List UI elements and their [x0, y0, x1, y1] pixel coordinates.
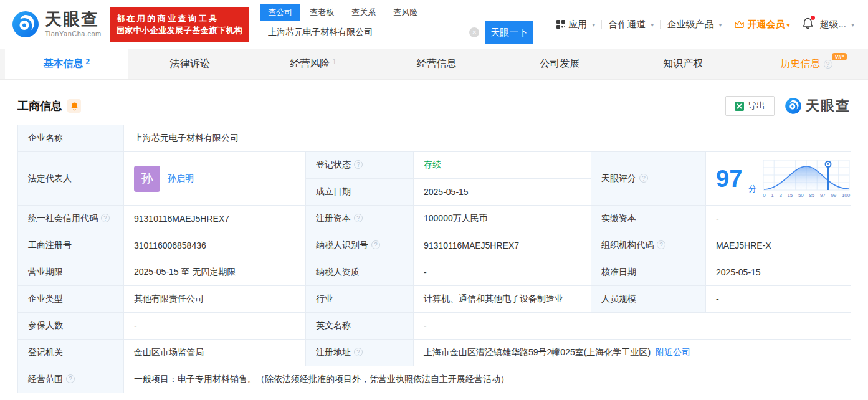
- reg-number-value: 310116006858436: [124, 232, 306, 259]
- tianyancha-logo-icon: [11, 10, 40, 39]
- table-row: 参保人数 - 英文名称 -: [18, 313, 851, 340]
- help-icon[interactable]: [354, 214, 363, 222]
- search-tab-relation[interactable]: 查关系: [343, 4, 384, 21]
- tab-basic-info[interactable]: 基本信息 2: [5, 49, 128, 79]
- brand-name: 天眼查: [45, 11, 102, 28]
- search-tab-risk[interactable]: 查风险: [385, 4, 426, 21]
- business-info-table: 企业名称 上海芯元电子材料有限公司 法定代表人 孙 孙启明 登记状态 存续 天眼…: [17, 125, 851, 393]
- paid-capital-value: -: [706, 206, 851, 232]
- section-title: 工商信息: [17, 98, 62, 113]
- help-icon[interactable]: [824, 60, 832, 69]
- export-button[interactable]: 导出: [725, 96, 775, 116]
- tab-risk-count: 1: [332, 57, 336, 66]
- credit-code-value: 91310116MAEJ5HREX7: [124, 206, 306, 232]
- tab-basic-info-label: 基本信息: [44, 57, 83, 70]
- help-icon[interactable]: [639, 174, 648, 183]
- tick-label: 1: [771, 193, 773, 198]
- grid-icon: [556, 20, 565, 29]
- tab-history-label: 历史信息: [781, 57, 821, 70]
- chart-x-axis-labels: 0131550859799100: [763, 193, 850, 198]
- score-unit: 分: [748, 183, 756, 194]
- bell-curve-chart: [763, 160, 850, 192]
- table-row: 企业类型 其他有限责任公司 行业 计算机、通信和其他电子设备制造业 人员规模 -: [18, 286, 851, 313]
- help-icon[interactable]: [354, 348, 363, 356]
- tianyancha-logo[interactable]: 天眼查 TianYanCha.com: [11, 10, 102, 39]
- nav-apps[interactable]: 应用: [556, 19, 595, 31]
- nav-enterprise-products[interactable]: 企业级产品: [667, 19, 722, 31]
- staff-size-label: 人员规模: [591, 286, 706, 313]
- establish-date-value: 2025-05-15: [414, 179, 591, 206]
- watermark-text: 天眼查: [806, 97, 851, 115]
- legal-rep-value: 孙 孙启明: [124, 152, 306, 206]
- help-icon[interactable]: [101, 214, 110, 222]
- taxpayer-id-label: 纳税人识别号: [306, 232, 414, 259]
- help-icon[interactable]: [371, 240, 380, 249]
- legal-rep-link[interactable]: 孙启明: [168, 173, 194, 184]
- tab-company-development[interactable]: 公司发展: [498, 49, 621, 79]
- establish-date-label: 成立日期: [306, 179, 414, 206]
- divider: [601, 20, 602, 29]
- tab-ip-label: 知识产权: [663, 57, 703, 70]
- score-label: 天眼评分: [591, 152, 706, 206]
- search-tab-company[interactable]: 查公司: [260, 4, 300, 21]
- score-distribution-chart[interactable]: 0131550859799100: [763, 160, 850, 198]
- nearby-companies-link[interactable]: 附近公司: [656, 347, 690, 357]
- search-tabs: 查公司 查老板 查关系 查风险: [260, 4, 533, 21]
- nav-open-vip[interactable]: 开通会员: [735, 19, 789, 31]
- business-info-header: 工商信息 导出 天眼查: [0, 80, 868, 125]
- tab-risk-label: 经营风险: [290, 57, 330, 70]
- table-row: 营业期限 2025-05-15 至 无固定期限 纳税人资质 - 核准日期 202…: [18, 259, 851, 286]
- divider: [796, 20, 796, 29]
- export-label: 导出: [748, 100, 765, 112]
- tab-operation-label: 经营信息: [417, 57, 457, 70]
- taxpayer-qualification-value: -: [414, 259, 591, 286]
- top-nav: 应用 合作通道 企业级产品 开通会员 超级...: [556, 17, 854, 31]
- divider: [660, 20, 661, 29]
- help-icon[interactable]: [657, 240, 665, 249]
- tab-basic-count: 2: [86, 57, 90, 66]
- tick-label: 50: [798, 193, 804, 198]
- approval-date-label: 核准日期: [591, 259, 706, 286]
- business-term-label: 营业期限: [18, 259, 124, 286]
- help-icon[interactable]: [66, 374, 75, 383]
- avatar[interactable]: 孙: [134, 166, 160, 192]
- tab-operating-info[interactable]: 经营信息: [375, 49, 498, 79]
- tab-operating-risk[interactable]: 经营风险 1: [252, 49, 375, 79]
- nav-vip-label: 开通会员: [747, 19, 789, 31]
- table-row: 法定代表人 孙 孙启明 登记状态 存续 天眼评分 97 分: [18, 152, 851, 179]
- watermark-logo: 天眼查: [785, 97, 851, 115]
- search-tab-boss[interactable]: 查老板: [302, 4, 342, 21]
- company-tabbar: 基本信息 2 法律诉讼 经营风险 1 经营信息 公司发展 知识产权 历史信息 V…: [0, 49, 868, 80]
- tab-intellectual-property[interactable]: 知识产权: [621, 49, 745, 79]
- notification-bell-icon[interactable]: [803, 17, 813, 31]
- company-name-value: 上海芯元电子材料有限公司: [124, 125, 851, 152]
- nav-super-vip[interactable]: 超级...: [819, 19, 854, 31]
- monitor-bell-icon[interactable]: [67, 99, 81, 113]
- org-code-value: MAEJ5HRE-X: [706, 232, 851, 259]
- nav-partner-channel[interactable]: 合作通道: [608, 19, 654, 31]
- taxpayer-id-value: 91310116MAEJ5HREX7: [414, 232, 591, 259]
- tab-legal-litigation[interactable]: 法律诉讼: [128, 49, 252, 79]
- search-area: 查公司 查老板 查关系 查风险 × 天眼一下: [260, 4, 533, 44]
- insured-count-label: 参保人数: [18, 313, 124, 340]
- reg-capital-value: 100000万人民币: [414, 206, 591, 232]
- slogan-line1: 都在用的商业查询工具: [117, 12, 243, 25]
- tianyancha-logo-icon: [785, 97, 802, 115]
- score-number: 97: [716, 167, 742, 191]
- business-scope-value: 一般项目：电子专用材料销售。（除依法须经批准的项目外，凭营业执照依法自主开展经营…: [124, 366, 851, 393]
- site-header: 天眼查 TianYanCha.com 都在用的商业查询工具 国家中小企业发展子基…: [0, 0, 868, 49]
- tick-label: 85: [809, 193, 814, 198]
- industry-value: 计算机、通信和其他电子设备制造业: [414, 286, 591, 313]
- tab-history-info[interactable]: 历史信息 VIP: [745, 49, 868, 79]
- help-icon[interactable]: [354, 160, 363, 169]
- credit-code-label: 统一社会信用代码: [18, 206, 124, 232]
- notification-dot: [811, 16, 815, 20]
- search-button[interactable]: 天眼一下: [485, 21, 533, 44]
- table-row: 企业名称 上海芯元电子材料有限公司: [18, 125, 851, 152]
- search-input[interactable]: [260, 21, 485, 44]
- registry-authority-value: 金山区市场监管局: [124, 340, 306, 366]
- bell-icon: [70, 102, 79, 111]
- english-name-label: 英文名称: [306, 313, 414, 340]
- registry-authority-label: 登记机关: [18, 340, 124, 366]
- tick-label: 0: [763, 193, 765, 198]
